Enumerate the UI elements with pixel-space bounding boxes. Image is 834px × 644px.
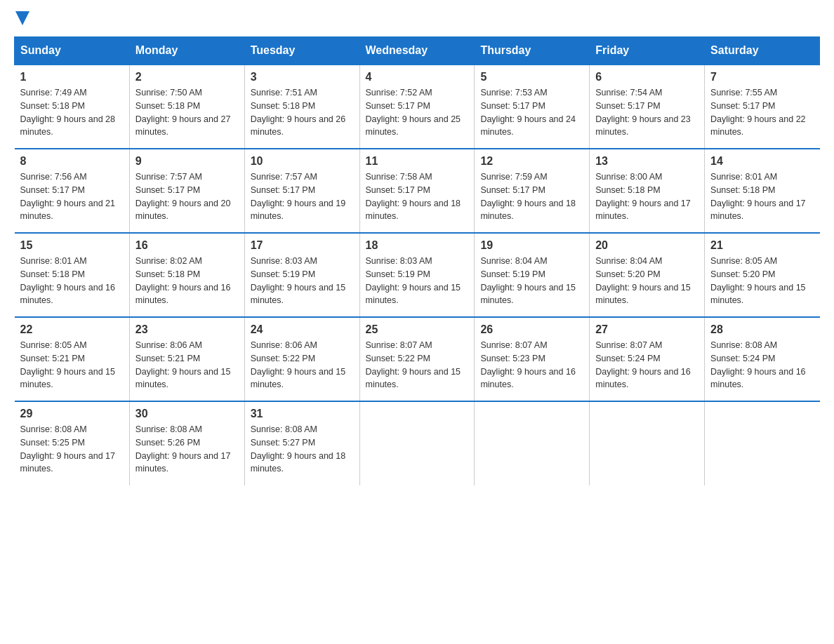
day-number: 25 — [366, 323, 469, 336]
calendar-week-row: 29 Sunrise: 8:08 AM Sunset: 5:25 PM Dayl… — [15, 401, 820, 485]
calendar-week-row: 15 Sunrise: 8:01 AM Sunset: 5:18 PM Dayl… — [15, 233, 820, 317]
calendar-cell: 10 Sunrise: 7:57 AM Sunset: 5:17 PM Dayl… — [244, 149, 359, 233]
day-number: 16 — [135, 239, 239, 252]
day-number: 28 — [710, 323, 814, 336]
day-number: 11 — [366, 155, 469, 168]
day-info: Sunrise: 8:03 AM Sunset: 5:19 PM Dayligh… — [251, 255, 354, 307]
day-info: Sunrise: 8:08 AM Sunset: 5:26 PM Dayligh… — [135, 423, 239, 476]
day-number: 2 — [135, 71, 239, 83]
calendar-week-row: 22 Sunrise: 8:05 AM Sunset: 5:21 PM Dayl… — [15, 317, 820, 401]
calendar-cell: 12 Sunrise: 7:59 AM Sunset: 5:17 PM Dayl… — [475, 149, 590, 233]
calendar-cell: 23 Sunrise: 8:06 AM Sunset: 5:21 PM Dayl… — [129, 317, 244, 401]
header-thursday: Thursday — [475, 37, 590, 65]
day-number: 14 — [710, 155, 814, 168]
page-header — [14, 14, 820, 25]
calendar-cell: 3 Sunrise: 7:51 AM Sunset: 5:18 PM Dayli… — [244, 65, 359, 149]
calendar-week-row: 8 Sunrise: 7:56 AM Sunset: 5:17 PM Dayli… — [15, 149, 820, 233]
day-info: Sunrise: 8:04 AM Sunset: 5:20 PM Dayligh… — [595, 255, 699, 307]
day-info: Sunrise: 8:02 AM Sunset: 5:18 PM Dayligh… — [135, 255, 239, 307]
day-info: Sunrise: 8:05 AM Sunset: 5:20 PM Dayligh… — [710, 255, 814, 307]
calendar-cell: 21 Sunrise: 8:05 AM Sunset: 5:20 PM Dayl… — [705, 233, 820, 317]
calendar-cell: 25 Sunrise: 8:07 AM Sunset: 5:22 PM Dayl… — [359, 317, 475, 401]
calendar-cell: 19 Sunrise: 8:04 AM Sunset: 5:19 PM Dayl… — [475, 233, 590, 317]
calendar-cell: 28 Sunrise: 8:08 AM Sunset: 5:24 PM Dayl… — [705, 317, 820, 401]
day-info: Sunrise: 7:58 AM Sunset: 5:17 PM Dayligh… — [366, 170, 469, 223]
day-number: 1 — [20, 71, 124, 83]
day-number: 19 — [480, 239, 583, 252]
calendar-cell: 29 Sunrise: 8:08 AM Sunset: 5:25 PM Dayl… — [15, 401, 130, 485]
day-info: Sunrise: 8:08 AM Sunset: 5:24 PM Dayligh… — [710, 339, 814, 391]
calendar-cell — [475, 401, 590, 485]
day-info: Sunrise: 8:08 AM Sunset: 5:25 PM Dayligh… — [20, 423, 124, 476]
day-number: 7 — [710, 71, 814, 83]
header-saturday: Saturday — [705, 37, 820, 65]
header-monday: Monday — [129, 37, 244, 65]
day-info: Sunrise: 8:06 AM Sunset: 5:22 PM Dayligh… — [251, 339, 354, 391]
calendar-cell: 6 Sunrise: 7:54 AM Sunset: 5:17 PM Dayli… — [590, 65, 705, 149]
day-info: Sunrise: 8:06 AM Sunset: 5:21 PM Dayligh… — [135, 339, 239, 391]
day-info: Sunrise: 8:04 AM Sunset: 5:19 PM Dayligh… — [480, 255, 583, 307]
calendar-cell: 15 Sunrise: 8:01 AM Sunset: 5:18 PM Dayl… — [15, 233, 130, 317]
calendar-cell: 8 Sunrise: 7:56 AM Sunset: 5:17 PM Dayli… — [15, 149, 130, 233]
calendar-cell: 2 Sunrise: 7:50 AM Sunset: 5:18 PM Dayli… — [129, 65, 244, 149]
day-info: Sunrise: 8:08 AM Sunset: 5:27 PM Dayligh… — [251, 423, 354, 476]
day-number: 27 — [595, 323, 699, 336]
calendar-cell: 13 Sunrise: 8:00 AM Sunset: 5:18 PM Dayl… — [590, 149, 705, 233]
header-sunday: Sunday — [15, 37, 130, 65]
calendar-cell: 18 Sunrise: 8:03 AM Sunset: 5:19 PM Dayl… — [359, 233, 475, 317]
day-number: 20 — [595, 239, 699, 252]
day-info: Sunrise: 7:59 AM Sunset: 5:17 PM Dayligh… — [480, 170, 583, 223]
day-info: Sunrise: 7:55 AM Sunset: 5:17 PM Dayligh… — [710, 86, 814, 139]
calendar-cell: 24 Sunrise: 8:06 AM Sunset: 5:22 PM Dayl… — [244, 317, 359, 401]
day-info: Sunrise: 8:07 AM Sunset: 5:23 PM Dayligh… — [480, 339, 583, 391]
calendar-cell — [590, 401, 705, 485]
day-number: 31 — [251, 408, 354, 420]
logo — [14, 14, 29, 25]
day-info: Sunrise: 8:01 AM Sunset: 5:18 PM Dayligh… — [710, 170, 814, 223]
day-number: 29 — [20, 408, 124, 420]
day-info: Sunrise: 7:53 AM Sunset: 5:17 PM Dayligh… — [480, 86, 583, 139]
header-tuesday: Tuesday — [244, 37, 359, 65]
calendar-cell: 11 Sunrise: 7:58 AM Sunset: 5:17 PM Dayl… — [359, 149, 475, 233]
calendar-cell: 16 Sunrise: 8:02 AM Sunset: 5:18 PM Dayl… — [129, 233, 244, 317]
day-number: 24 — [251, 323, 354, 336]
svg-marker-0 — [15, 11, 29, 25]
calendar-cell: 20 Sunrise: 8:04 AM Sunset: 5:20 PM Dayl… — [590, 233, 705, 317]
calendar-cell: 31 Sunrise: 8:08 AM Sunset: 5:27 PM Dayl… — [244, 401, 359, 485]
calendar-cell — [705, 401, 820, 485]
calendar-cell: 27 Sunrise: 8:07 AM Sunset: 5:24 PM Dayl… — [590, 317, 705, 401]
calendar-cell: 7 Sunrise: 7:55 AM Sunset: 5:17 PM Dayli… — [705, 65, 820, 149]
day-number: 13 — [595, 155, 699, 168]
day-info: Sunrise: 7:56 AM Sunset: 5:17 PM Dayligh… — [20, 170, 124, 223]
day-info: Sunrise: 8:01 AM Sunset: 5:18 PM Dayligh… — [20, 255, 124, 307]
day-info: Sunrise: 7:49 AM Sunset: 5:18 PM Dayligh… — [20, 86, 124, 139]
day-number: 6 — [595, 71, 699, 83]
day-info: Sunrise: 8:03 AM Sunset: 5:19 PM Dayligh… — [366, 255, 469, 307]
calendar-cell: 1 Sunrise: 7:49 AM Sunset: 5:18 PM Dayli… — [15, 65, 130, 149]
day-info: Sunrise: 7:52 AM Sunset: 5:17 PM Dayligh… — [366, 86, 469, 139]
day-number: 9 — [135, 155, 239, 168]
day-number: 23 — [135, 323, 239, 336]
day-number: 4 — [366, 71, 469, 83]
calendar-header-row: SundayMondayTuesdayWednesdayThursdayFrid… — [15, 37, 820, 65]
day-number: 26 — [480, 323, 583, 336]
calendar-cell — [359, 401, 475, 485]
day-number: 15 — [20, 239, 124, 252]
calendar-cell: 22 Sunrise: 8:05 AM Sunset: 5:21 PM Dayl… — [15, 317, 130, 401]
day-number: 3 — [251, 71, 354, 83]
calendar-cell: 14 Sunrise: 8:01 AM Sunset: 5:18 PM Dayl… — [705, 149, 820, 233]
day-number: 21 — [710, 239, 814, 252]
day-info: Sunrise: 8:00 AM Sunset: 5:18 PM Dayligh… — [595, 170, 699, 223]
day-info: Sunrise: 8:07 AM Sunset: 5:24 PM Dayligh… — [595, 339, 699, 391]
calendar-cell: 4 Sunrise: 7:52 AM Sunset: 5:17 PM Dayli… — [359, 65, 475, 149]
day-number: 12 — [480, 155, 583, 168]
calendar-week-row: 1 Sunrise: 7:49 AM Sunset: 5:18 PM Dayli… — [15, 65, 820, 149]
day-number: 10 — [251, 155, 354, 168]
day-info: Sunrise: 7:57 AM Sunset: 5:17 PM Dayligh… — [135, 170, 239, 223]
day-number: 22 — [20, 323, 124, 336]
calendar-cell: 9 Sunrise: 7:57 AM Sunset: 5:17 PM Dayli… — [129, 149, 244, 233]
day-info: Sunrise: 7:50 AM Sunset: 5:18 PM Dayligh… — [135, 86, 239, 139]
day-info: Sunrise: 7:57 AM Sunset: 5:17 PM Dayligh… — [251, 170, 354, 223]
day-number: 5 — [480, 71, 583, 83]
day-number: 18 — [366, 239, 469, 252]
